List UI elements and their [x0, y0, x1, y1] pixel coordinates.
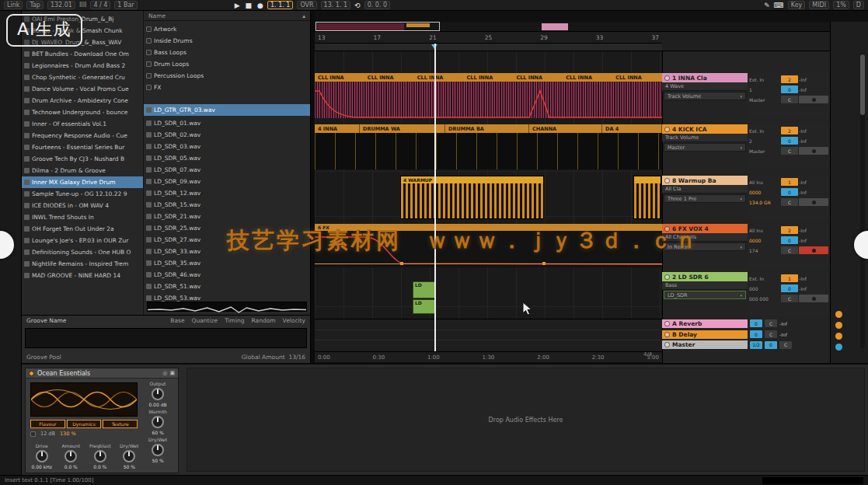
- browser-pack-item[interactable]: Nightlife Remains - Inspired Trem: [22, 258, 143, 270]
- master-activator-dot[interactable]: [835, 333, 842, 340]
- track-activator-icon[interactable]: [664, 342, 670, 347]
- loop-start-field[interactable]: 13. 1. 1: [321, 1, 351, 9]
- browser-sample-item[interactable]: LD_SDR_03.wav: [144, 141, 310, 152]
- groove-column-label[interactable]: Random: [252, 317, 276, 324]
- tap-tempo-button[interactable]: Tap: [26, 1, 44, 9]
- browser-name-header[interactable]: Name ▴: [144, 11, 310, 21]
- amount-knob[interactable]: [64, 450, 77, 462]
- return-track-b[interactable]: B Delay 0 C -Inf: [662, 330, 830, 339]
- sort-icon[interactable]: ▴: [302, 12, 305, 19]
- volume-box[interactable]: 0: [781, 284, 798, 292]
- clip-header[interactable]: 4 WARMUP: [401, 176, 543, 183]
- freq-knob[interactable]: [94, 450, 106, 462]
- clip-header[interactable]: 4 INNADRUMMA WADRUMMA BACHANNADA 4: [315, 124, 662, 133]
- browser-folder-item[interactable]: Percussion Loops: [144, 70, 310, 82]
- track-activator-icon[interactable]: [664, 178, 670, 183]
- track-name[interactable]: 2 LD SDR 6: [672, 274, 709, 281]
- browser-pack-item[interactable]: ICE DIODES in - OM WAV 4: [22, 200, 143, 211]
- folder-checkbox-icon[interactable]: [146, 38, 152, 44]
- return-track-lanes[interactable]: [315, 319, 662, 351]
- clip-segment-label[interactable]: CHANNA: [529, 124, 602, 133]
- midi-clip-green[interactable]: LD: [413, 299, 435, 314]
- record-button[interactable]: ●: [257, 1, 263, 10]
- automation-control-chooser[interactable]: Three 1 Pre: [664, 194, 746, 203]
- track-3-lane[interactable]: 4 WARMUP: [315, 176, 662, 219]
- send-a-box[interactable]: 1: [781, 274, 798, 282]
- output-routing[interactable]: Master: [749, 148, 780, 154]
- drive-knob-cell[interactable]: Drive0.00 kHz: [27, 443, 57, 469]
- input-routing[interactable]: Ext. In: [749, 276, 780, 281]
- output-routing[interactable]: 000 000: [749, 296, 780, 302]
- device-checkbox-icon[interactable]: [30, 431, 36, 437]
- track-name[interactable]: 1 INNA Cla: [672, 75, 707, 82]
- scrollbar-thumb[interactable]: [860, 54, 865, 115]
- input-routing[interactable]: All Ins: [749, 180, 780, 185]
- link-toggle[interactable]: Link: [4, 1, 23, 9]
- folder-checkbox-icon[interactable]: [146, 73, 152, 79]
- automation-target-row[interactable]: Bass: [662, 281, 748, 290]
- send-a-box[interactable]: 2: [781, 127, 798, 134]
- drywet-knob-cell[interactable]: Dry/Wet50 %: [115, 443, 145, 469]
- send-a-box[interactable]: 2: [781, 75, 798, 83]
- input-routing[interactable]: Ext. In: [749, 77, 780, 82]
- input-routing[interactable]: All Ins: [749, 228, 780, 233]
- clip-segment-label[interactable]: DA 4: [602, 124, 662, 133]
- pan-box[interactable]: C: [765, 330, 777, 338]
- save-preset-icon[interactable]: ▣: [169, 370, 175, 376]
- output-knob-cell[interactable]: Output0.00 dB: [141, 381, 175, 407]
- clip-segment-label[interactable]: DRUMMA BA: [445, 124, 529, 133]
- computer-midi-keyboard-icon[interactable]: ⌨: [774, 1, 784, 10]
- drywet-knob[interactable]: [123, 450, 135, 462]
- browser-pack-item[interactable]: Drum Archive - Ambidextry Cone: [22, 95, 143, 106]
- midi-map-toggle[interactable]: MIDI: [809, 1, 829, 9]
- pan-box[interactable]: C: [781, 147, 798, 155]
- input-channel[interactable]: 0000: [749, 238, 780, 243]
- volume-box[interactable]: 0: [781, 85, 798, 93]
- track-header-3[interactable]: 8 Warmup Ba All Cla Three 1 Pre All Ins …: [662, 176, 830, 219]
- key-map-toggle[interactable]: Key: [788, 1, 806, 9]
- track-header-2[interactable]: 4 KICK ICA Track Volume Master Ext. In 2…: [662, 124, 830, 169]
- arm-button[interactable]: [799, 147, 828, 155]
- track-name[interactable]: Master: [672, 341, 695, 348]
- automation-control-chooser[interactable]: Master: [664, 143, 746, 152]
- groove-column-label[interactable]: Timing: [225, 317, 244, 324]
- browser-pack-item[interactable]: Fourteens - Essential Series Bur: [22, 141, 143, 153]
- drywet-right-knob[interactable]: [152, 444, 164, 456]
- automation-control-chooser[interactable]: Track Volume: [664, 92, 746, 100]
- device-mode-tab[interactable]: Flavour: [30, 420, 65, 428]
- browser-sample-item[interactable]: LD_SDR_05.wav: [144, 152, 310, 164]
- pan-box[interactable]: C: [765, 319, 777, 327]
- groove-column-label[interactable]: Velocity: [283, 317, 305, 324]
- input-channel[interactable]: 0000: [749, 190, 780, 195]
- cue-out-box[interactable]: 1/2: [750, 341, 762, 349]
- return-a-activator-dot[interactable]: [835, 311, 842, 318]
- audio-clip-waveform[interactable]: [315, 82, 662, 118]
- input-channel[interactable]: 2: [749, 138, 780, 144]
- arrangement-overview[interactable]: [315, 22, 868, 32]
- volume-box[interactable]: 0: [781, 188, 798, 196]
- output-routing[interactable]: 174: [749, 248, 780, 253]
- pan-box[interactable]: C: [781, 198, 798, 206]
- automation-target-row[interactable]: All Cla: [662, 185, 748, 194]
- track-activator-icon[interactable]: [664, 127, 670, 132]
- browser-selected-file[interactable]: LD_GTR_GTR_03.wav: [144, 104, 310, 116]
- automation-control-chooser[interactable]: LD_SDR: [664, 291, 746, 299]
- midi-clip-green[interactable]: LD: [413, 281, 435, 298]
- track-activator-icon[interactable]: [664, 321, 670, 326]
- device-db-field[interactable]: 12 dB: [40, 431, 55, 437]
- automation-line[interactable]: [315, 263, 662, 264]
- track-name[interactable]: A Reverb: [672, 320, 702, 327]
- folder-checkbox-icon[interactable]: [146, 61, 152, 67]
- automation-target-row[interactable]: Track Volume: [662, 134, 748, 142]
- browser-pack-item[interactable]: Dance Volume - Vocal Promo Cue: [22, 83, 143, 95]
- device-waveform-display[interactable]: [30, 382, 138, 417]
- output-knob[interactable]: [152, 388, 164, 400]
- folder-checkbox-icon[interactable]: [146, 50, 152, 55]
- track-activator-icon[interactable]: [664, 274, 670, 280]
- send-a-box[interactable]: 2: [781, 226, 798, 234]
- nudge-buttons[interactable]: IIII: [79, 2, 86, 9]
- clip-segment-label[interactable]: 4 INNA: [315, 124, 360, 133]
- arm-button[interactable]: [799, 295, 828, 302]
- volume-box[interactable]: 0: [750, 319, 762, 327]
- audio-effect-device[interactable]: Ocean Essentials ◎▣ FlavourDynamicsTextu…: [25, 368, 179, 473]
